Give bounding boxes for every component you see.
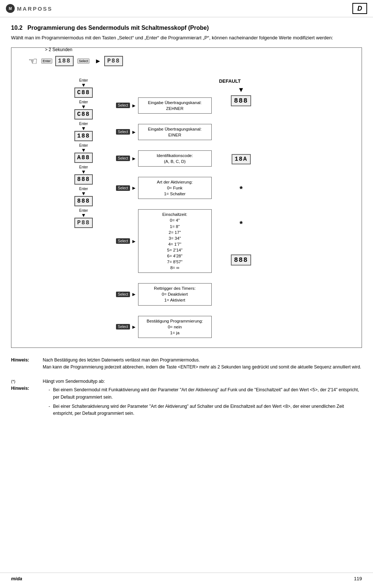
select-btn-top[interactable]: Select	[77, 58, 89, 64]
note-content-1: Nach Bestätigung des letzten Datenwerts …	[43, 357, 362, 371]
enter-btn-top[interactable]: Enter	[41, 58, 52, 64]
default-asterisk-4: *	[239, 183, 243, 194]
select-btn-7[interactable]: Select	[116, 324, 130, 329]
seg-step-7: P88	[74, 218, 93, 228]
default-column: DEFAULT ▼ 888 18A *	[219, 78, 263, 266]
section-description: Wählt man im Programmiermodus mit den Ta…	[11, 34, 362, 42]
seg-display-888-1: 888	[74, 174, 93, 185]
stern-note-content: Hängt vom Sendermodultyp ab: Bei einem S…	[43, 378, 362, 419]
arrow-2: ►	[131, 129, 137, 135]
asterisk-4: *	[239, 184, 243, 194]
section-title: 10.2 Programmierung des Sendermoduls mit…	[11, 25, 362, 31]
enter-label-3: Enter	[79, 143, 88, 147]
page-footer: mida 119	[0, 573, 373, 584]
seg-display-188: 188	[74, 131, 93, 141]
header-d-box: D	[352, 3, 367, 14]
desc-row-3: Select ► Identifikationscode:(A, B, C, D…	[116, 150, 212, 167]
desc-row-6: Select ► Rettrigger des Timers:0= Deakti…	[116, 283, 212, 305]
diagram-box: > 2 Sekunden ☜ Enter 188 Select ► P88	[11, 47, 362, 348]
default-label: DEFAULT	[219, 78, 241, 84]
page-number: 119	[354, 576, 362, 581]
desc-box-5: Einschaltzeit:0= 4"1= 8"2= 17"3= 34"4= 1…	[138, 209, 212, 273]
seg-step-6: 888 Enter ▼	[74, 196, 93, 218]
default-seg-3: 18A	[232, 154, 251, 164]
seg-display-p88-final: P88	[74, 218, 93, 228]
main-flow-area: Enter ▼ C88 Enter ▼ C88 Enter	[17, 78, 263, 340]
desc-row-4: Select ► Art der Aktivierung:0= Funk1= S…	[116, 177, 212, 199]
arrow-7: ►	[131, 324, 137, 330]
top-arrow-right: ►	[95, 57, 101, 65]
arrow-1: ►	[131, 103, 137, 108]
desc-row-7: Select ► Bestätigung Programmierung:0= n…	[116, 316, 212, 338]
above-seq-label: > 2 Sekunden	[45, 47, 72, 52]
select-btn-5[interactable]: Select	[116, 238, 130, 244]
desc-box-4: Art der Aktivierung:0= Funk1= Schalter	[138, 177, 212, 199]
down-arrow-3: ▼	[81, 147, 86, 153]
down-arrow-4: ▼	[81, 169, 86, 174]
default-header: DEFAULT	[219, 78, 241, 84]
desc-row-2: Select ► Eingabe Übertragungskanal:EINER	[116, 124, 212, 140]
seg-step-3: 188 Enter ▼	[74, 131, 93, 153]
note-row-stern: (*) Hinweis: Hängt vom Sendermodultyp ab…	[11, 378, 362, 419]
enter-label-2: Enter	[79, 122, 88, 126]
seg-display-888-2: 888	[74, 196, 93, 206]
default-display-18a: 18A	[232, 154, 251, 164]
seg-step-4: A88 Enter ▼	[74, 153, 93, 174]
stern-hinweis-label: Hinweis:	[11, 386, 29, 391]
main-content: 10.2 Programmierung des Sendermoduls mit…	[0, 17, 373, 430]
down-arrow-2: ▼	[81, 126, 86, 131]
select-btn-1[interactable]: Select	[116, 103, 130, 108]
stern-label-area: (*) Hinweis:	[11, 378, 37, 419]
desc-box-7: Bestätigung Programmierung:0= nein1= ja	[138, 316, 212, 338]
footer-brand: mida	[11, 576, 22, 581]
default-down-arrow: ▼	[238, 86, 244, 94]
enter-label-4: Enter	[79, 165, 88, 169]
desc-box-6: Rettrigger des Timers:0= Deaktiviert1= A…	[138, 283, 212, 305]
select-btn-3[interactable]: Select	[116, 156, 130, 161]
down-arrow-5: ▼	[81, 191, 86, 196]
down-arrow-0: ▼	[81, 82, 86, 88]
desc-box-2: Eingabe Übertragungskanal:EINER	[138, 124, 212, 140]
desc-box-3: Identifikationscode:(A, B, C, D)	[138, 150, 212, 167]
select-btn-6[interactable]: Select	[116, 292, 130, 297]
page-header: M MARPOSS D	[0, 0, 373, 17]
down-arrow-6: ▼	[81, 213, 86, 218]
default-seg-6: 888	[231, 254, 251, 266]
arrow-5: ►	[131, 238, 137, 244]
hand-icon: ☜	[28, 55, 38, 67]
default-seg-1: 888	[231, 95, 251, 106]
select-btn-2[interactable]: Select	[116, 129, 130, 135]
asterisk-5: *	[239, 219, 243, 229]
notes-section: Hinweis: Nach Bestätigung des letzten Da…	[11, 357, 362, 419]
top-display-p88: P88	[104, 56, 123, 66]
bullet-item-2: Bei einer Schalteraktivierung wird der P…	[49, 403, 362, 417]
top-display-1: 188	[55, 56, 74, 66]
seg-display-c88-1: C88	[74, 88, 93, 98]
seg-display-c88-2: C88	[74, 109, 93, 120]
enter-label-5: Enter	[79, 187, 88, 191]
select-btn-4[interactable]: Select	[116, 185, 130, 191]
enter-label-0: Enter	[79, 78, 88, 82]
desc-row-1: Select ► Eingabe Übertragungskanal:ZEHNE…	[116, 97, 212, 114]
note-row-1: Hinweis: Nach Bestätigung des letzten Da…	[11, 357, 362, 371]
logo-text: MARPOSS	[17, 6, 53, 12]
seg-step-5: 888 Enter ▼	[74, 174, 93, 196]
seg-step-1: C88 Enter ▼	[74, 88, 93, 109]
bullet-item-1: Bei einem Sendermodul mit Funkaktivierun…	[49, 386, 362, 400]
enter-label-1: Enter	[79, 100, 88, 104]
stern-star: (*)	[11, 379, 15, 384]
seg-step-2: C88 Enter ▼	[74, 109, 93, 131]
arrow-6: ►	[131, 291, 137, 297]
desc-column: Select ► Eingabe Übertragungskanal:ZEHNE…	[116, 78, 212, 340]
default-display-888-2: 888	[231, 254, 251, 266]
arrow-4: ►	[131, 185, 137, 191]
seg-display-a88: A88	[74, 153, 93, 163]
hinweis-label: Hinweis:	[11, 357, 37, 371]
default-asterisk-5: *	[239, 218, 243, 229]
down-arrow-1: ▼	[81, 104, 86, 109]
logo-icon: M	[6, 4, 15, 13]
default-display-888-1: 888	[231, 95, 251, 106]
desc-box-1: Eingabe Übertragungskanal:ZEHNER	[138, 97, 212, 114]
enter-label-6: Enter	[79, 209, 88, 213]
segs-column: Enter ▼ C88 Enter ▼ C88 Enter	[54, 78, 113, 228]
